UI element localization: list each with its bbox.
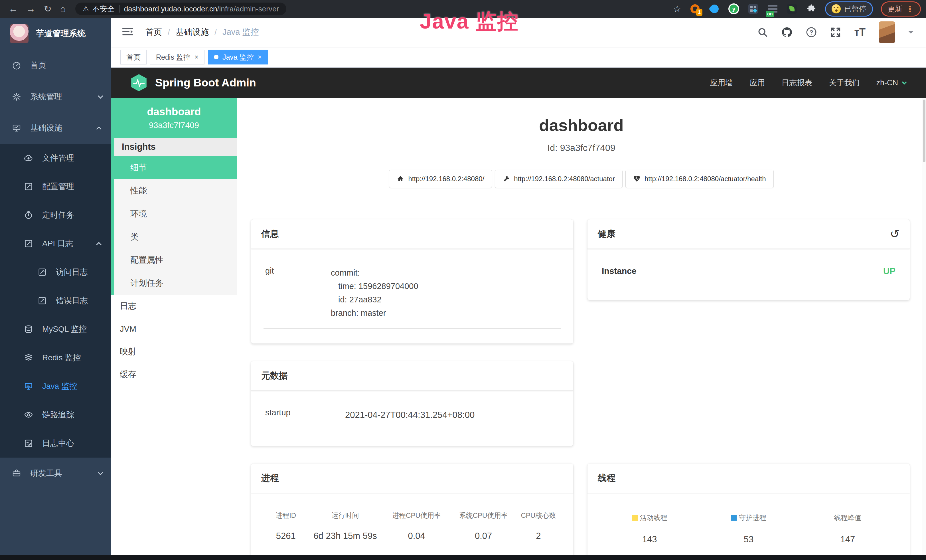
sidebar-item-label: Java 监控 <box>42 381 77 392</box>
info-value: commit: time: 1596289704000 id: 27aa832 … <box>331 266 559 320</box>
info-key: git <box>265 266 331 320</box>
search-icon[interactable] <box>757 27 768 38</box>
sidebar-item-java[interactable]: Java 监控 <box>0 372 111 401</box>
actuator-url-button[interactable]: http://192.168.0.2:48080/actuator <box>495 170 623 188</box>
sba-link-applications[interactable]: 应用 <box>749 77 765 88</box>
reload-icon[interactable]: ↻ <box>44 3 51 14</box>
chevron-up-icon <box>96 242 101 247</box>
menu-item-classes[interactable]: 类 <box>114 226 237 248</box>
font-size-icon[interactable]: тT <box>854 26 865 38</box>
breadcrumb-item[interactable]: 基础设施 <box>176 27 209 38</box>
sidebar-item-trace[interactable]: 链路追踪 <box>0 401 111 429</box>
extension-y-icon[interactable]: y <box>728 3 740 15</box>
user-avatar[interactable] <box>879 21 895 43</box>
paused-label: 已暂停 <box>844 4 866 14</box>
chevron-down-icon <box>902 80 907 85</box>
sidebar-item-infra[interactable]: 基础设施 <box>0 112 111 144</box>
address-bar[interactable]: ⚠ 不安全 dashboard.yudao.iocoder.cn/infra/a… <box>75 3 286 15</box>
sidebar-item-job[interactable]: 定时任务 <box>0 201 111 229</box>
sidebar-item-system[interactable]: 系统管理 <box>0 81 111 112</box>
history-icon[interactable]: ↺ <box>890 228 899 240</box>
menu-item-config-props[interactable]: 配置属性 <box>114 248 237 272</box>
menu-item-logs[interactable]: 日志 <box>111 295 237 318</box>
menu-item-scheduled-tasks[interactable]: 计划任务 <box>114 272 237 295</box>
extension-grid-icon[interactable] <box>747 3 759 15</box>
sba-link-about[interactable]: 关于我们 <box>829 77 859 88</box>
update-label: 更新 <box>888 4 902 14</box>
chrome-update-button[interactable]: 更新 ⋮ <box>881 2 921 17</box>
menu-item-metrics[interactable]: 性能 <box>114 179 237 202</box>
sidebar-item-mysql[interactable]: MySQL 监控 <box>0 315 111 344</box>
back-icon[interactable]: ← <box>9 4 18 14</box>
home-icon[interactable]: ⌂ <box>60 4 66 14</box>
sidebar-item-accesslog[interactable]: 访问日志 <box>0 258 111 286</box>
tab-java-monitor[interactable]: Java 监控 × <box>208 50 268 65</box>
sidebar-item-home[interactable]: 首页 <box>0 50 111 81</box>
github-icon[interactable] <box>781 27 793 38</box>
sidebar-item-redis[interactable]: Redis 监控 <box>0 344 111 372</box>
browser-menu-icon[interactable]: ⋮ <box>906 4 914 14</box>
hamburger-icon[interactable] <box>122 27 133 38</box>
tab-home[interactable]: 首页 <box>120 50 147 65</box>
url-host[interactable]: dashboard.yudao.iocoder.cn <box>124 5 217 14</box>
menu-item-details[interactable]: 细节 <box>114 156 237 179</box>
main-column: 首页 / 基础设施 / Java 监控 ? тT <box>111 18 926 555</box>
insights-section-label: Insights <box>114 138 237 156</box>
sba-link-journal[interactable]: 日志报表 <box>781 77 812 88</box>
menu-item-environment[interactable]: 环境 <box>114 202 237 226</box>
service-url-button[interactable]: http://192.168.0.2:48080/ <box>389 170 492 188</box>
process-card-body: 进程ID 5261 运行时间 6d 23h 15m 59s <box>251 493 573 555</box>
gear-icon <box>12 92 21 101</box>
sidebar-item-apilog[interactable]: API 日志 <box>0 229 111 258</box>
chevron-up-icon <box>96 126 101 132</box>
sba-brand[interactable]: Spring Boot Admin <box>130 73 256 92</box>
sidebar-item-file[interactable]: 文件管理 <box>0 144 111 172</box>
sidebar-item-devtool[interactable]: 研发工具 <box>0 458 111 489</box>
extension-proxy-icon[interactable]: on <box>767 3 778 15</box>
menu-item-jvm[interactable]: JVM <box>111 318 237 341</box>
bookmark-star-icon[interactable]: ☆ <box>673 3 681 14</box>
sidebar-item-label: 系统管理 <box>30 91 62 102</box>
process-card: 进程 进程ID 5261 运行时间 <box>251 463 573 555</box>
sidebar-item-logcenter[interactable]: 日志中心 <box>0 429 111 458</box>
not-secure-warning-icon[interactable]: ⚠ <box>83 5 89 13</box>
layers-icon <box>24 353 33 362</box>
omnibox-divider <box>119 5 120 12</box>
sidebar-logo-row[interactable]: 芋道管理系统 <box>0 18 111 50</box>
menu-item-mappings[interactable]: 映射 <box>111 341 237 363</box>
health-url-button[interactable]: http://192.168.0.2:48080/actuator/health <box>625 170 774 188</box>
stat-value: 0.04 <box>383 531 451 541</box>
sba-link-wallboard[interactable]: 应用墙 <box>710 77 733 88</box>
page-scrollbar[interactable] <box>922 98 926 555</box>
paused-extension-pill[interactable]: 已暂停 <box>825 2 873 17</box>
scrollbar-thumb[interactable] <box>923 100 925 162</box>
grid-glyph <box>748 4 758 14</box>
legend-text: 活动线程 <box>640 513 667 522</box>
extension-drop-icon[interactable] <box>709 3 720 15</box>
sidebar-item-errorlog[interactable]: 错误日志 <box>0 286 111 315</box>
url-path[interactable]: /infra/admin-server <box>217 5 279 14</box>
service-url: http://192.168.0.2:48080/ <box>408 175 484 183</box>
extensions-puzzle-icon[interactable] <box>806 3 817 15</box>
instance-header[interactable]: dashboard 93a3fc7f7409 <box>111 98 237 138</box>
process-stat-process-cpu: 进程CPU使用率 0.04 <box>383 511 451 541</box>
extension-leaf-icon[interactable] <box>786 3 798 15</box>
forward-icon[interactable]: → <box>26 4 35 14</box>
health-row-instance[interactable]: Instance UP <box>600 259 897 285</box>
close-tab-icon[interactable]: × <box>195 54 198 61</box>
menu-item-caches[interactable]: 缓存 <box>111 363 237 386</box>
sba-nav-links: 应用墙 应用 日志报表 关于我们 zh-CN <box>710 77 905 88</box>
legend-value: 143 <box>642 534 657 545</box>
tab-redis-monitor[interactable]: Redis 监控 × <box>150 50 204 65</box>
legend-label: 守护进程 <box>731 513 766 522</box>
avatar-caret-icon[interactable] <box>908 31 914 36</box>
fullscreen-icon[interactable] <box>830 27 841 38</box>
security-label[interactable]: 不安全 <box>92 4 115 14</box>
help-icon[interactable]: ? <box>806 27 817 38</box>
extension-orange-icon[interactable]: 1 <box>689 3 701 15</box>
breadcrumb-item[interactable]: 首页 <box>145 27 162 38</box>
locale-select[interactable]: zh-CN <box>876 79 905 87</box>
sidebar-item-config[interactable]: 配置管理 <box>0 172 111 201</box>
legend-label: 活动线程 <box>632 513 667 522</box>
close-tab-icon[interactable]: × <box>258 54 262 61</box>
